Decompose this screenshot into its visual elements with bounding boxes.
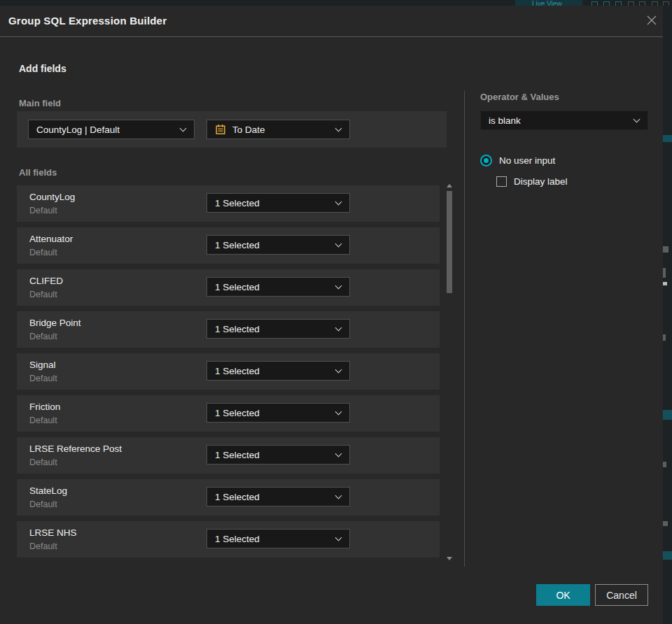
field-row[interactable]: Signal Default 1 Selected <box>17 353 440 390</box>
background-fragment <box>663 246 668 253</box>
all-fields-list: CountyLog Default 1 Selected Attenuator … <box>17 185 440 563</box>
field-name: StateLog <box>29 485 67 496</box>
field-row[interactable]: Bridge Point Default 1 Selected <box>17 311 440 348</box>
chevron-down-icon <box>335 125 342 132</box>
scrollbar-up-arrow-icon[interactable] <box>447 184 452 187</box>
close-button[interactable] <box>645 15 658 27</box>
field-subtitle: Default <box>29 332 57 341</box>
display-label-label: Display label <box>514 176 568 187</box>
calendar-icon <box>215 124 226 135</box>
field-selected-dropdown[interactable]: 1 Selected <box>206 529 350 548</box>
field-name: CLIFED <box>29 276 63 286</box>
chevron-down-icon <box>335 325 342 332</box>
field-row[interactable]: LRSE Reference Post Default 1 Selected <box>17 437 440 474</box>
field-name: LRSE NHS <box>29 527 77 538</box>
field-row[interactable]: CountyLog Default 1 Selected <box>17 185 440 222</box>
background-app-right-strip <box>663 6 672 624</box>
field-selected-dropdown[interactable]: 1 Selected <box>206 487 350 506</box>
field-name: Friction <box>29 402 60 412</box>
field-subtitle: Default <box>29 206 57 215</box>
main-field-label: Main field <box>19 98 61 108</box>
background-fragment <box>663 521 668 526</box>
background-fragment <box>663 551 672 560</box>
field-subtitle: Default <box>29 458 57 467</box>
group-sql-expression-builder-dialog: Group SQL Expression Builder Add fields … <box>0 6 663 624</box>
chevron-down-icon <box>634 116 640 123</box>
field-row[interactable]: LRSE NHS Default 1 Selected <box>17 521 440 558</box>
add-fields-heading: Add fields <box>19 63 66 74</box>
operator-dropdown[interactable]: is blank <box>480 111 648 130</box>
field-selected-dropdown[interactable]: 1 Selected <box>206 361 350 381</box>
field-selected-dropdown-value: 1 Selected <box>215 450 260 460</box>
background-app-top-strip: Live View <box>0 0 672 6</box>
field-subtitle: Default <box>29 499 57 509</box>
field-name: CountyLog <box>29 192 75 202</box>
field-selected-dropdown[interactable]: 1 Selected <box>206 445 350 465</box>
field-name: Bridge Point <box>29 318 81 328</box>
background-fragment <box>663 410 672 420</box>
main-field-panel: CountyLog | Default To Date <box>17 111 447 148</box>
main-field-dropdown-value: CountyLog | Default <box>36 125 120 135</box>
chevron-down-icon <box>335 199 342 206</box>
field-selected-dropdown-value: 1 Selected <box>215 240 260 250</box>
background-fragment <box>663 462 666 467</box>
field-selected-dropdown-value: 1 Selected <box>215 534 260 544</box>
no-user-input-option[interactable]: No user input <box>480 155 555 166</box>
field-subtitle: Default <box>29 248 57 257</box>
field-selected-dropdown[interactable]: 1 Selected <box>206 235 350 255</box>
field-selected-dropdown-value: 1 Selected <box>215 366 260 376</box>
dialog-title: Group SQL Expression Builder <box>8 6 167 36</box>
vertical-divider <box>464 91 465 567</box>
field-selected-dropdown[interactable]: 1 Selected <box>206 277 350 297</box>
field-subtitle: Default <box>29 374 57 383</box>
background-fragment <box>663 268 666 278</box>
operator-dropdown-value: is blank <box>489 115 521 126</box>
chevron-down-icon <box>335 534 342 541</box>
chevron-down-icon <box>335 409 342 416</box>
field-row[interactable]: Friction Default 1 Selected <box>17 395 440 432</box>
chevron-down-icon <box>335 451 342 458</box>
field-row[interactable]: StateLog Default 1 Selected <box>17 479 440 516</box>
field-selected-dropdown-value: 1 Selected <box>215 408 260 418</box>
checkbox-unchecked-icon[interactable] <box>496 176 507 187</box>
field-name: Signal <box>29 360 56 370</box>
field-subtitle: Default <box>29 416 57 425</box>
field-selected-dropdown[interactable]: 1 Selected <box>206 319 350 339</box>
display-label-option[interactable]: Display label <box>496 176 568 187</box>
background-fragment <box>663 334 666 341</box>
all-fields-scrollbar[interactable] <box>446 183 454 562</box>
chevron-down-icon <box>335 283 342 290</box>
field-row[interactable]: CLIFED Default 1 Selected <box>17 269 440 306</box>
scrollbar-down-arrow-icon[interactable] <box>447 557 452 560</box>
live-view-label: Live View <box>532 0 562 6</box>
chevron-down-icon <box>180 125 187 132</box>
background-fragment <box>663 135 672 142</box>
field-selected-dropdown[interactable]: 1 Selected <box>206 193 350 213</box>
radio-selected-icon[interactable] <box>480 155 492 166</box>
chevron-down-icon <box>335 367 342 374</box>
field-selected-dropdown-value: 1 Selected <box>215 282 260 292</box>
field-selected-dropdown[interactable]: 1 Selected <box>206 403 350 423</box>
header-divider <box>0 36 663 37</box>
field-subtitle: Default <box>29 541 57 551</box>
chevron-down-icon <box>335 241 342 248</box>
cancel-button[interactable]: Cancel <box>595 584 648 606</box>
chevron-down-icon <box>335 492 342 499</box>
all-fields-label: All fields <box>19 167 57 178</box>
dialog-header: Group SQL Expression Builder <box>0 6 663 36</box>
field-selected-dropdown-value: 1 Selected <box>215 198 260 208</box>
field-name: Attenuator <box>29 234 73 244</box>
ok-button[interactable]: OK <box>536 584 590 606</box>
main-field-dropdown[interactable]: CountyLog | Default <box>28 120 195 139</box>
background-fragment <box>663 282 667 285</box>
field-selected-dropdown-value: 1 Selected <box>215 492 260 502</box>
field-subtitle: Default <box>29 290 57 299</box>
field-selected-dropdown-value: 1 Selected <box>215 324 260 334</box>
live-view-toggle[interactable]: Live View <box>515 0 582 6</box>
main-field-type-dropdown[interactable]: To Date <box>206 120 350 139</box>
no-user-input-label: No user input <box>499 155 555 166</box>
scrollbar-thumb[interactable] <box>447 191 452 293</box>
field-name: LRSE Reference Post <box>29 444 122 454</box>
close-icon <box>646 15 657 26</box>
field-row[interactable]: Attenuator Default 1 Selected <box>17 227 440 264</box>
